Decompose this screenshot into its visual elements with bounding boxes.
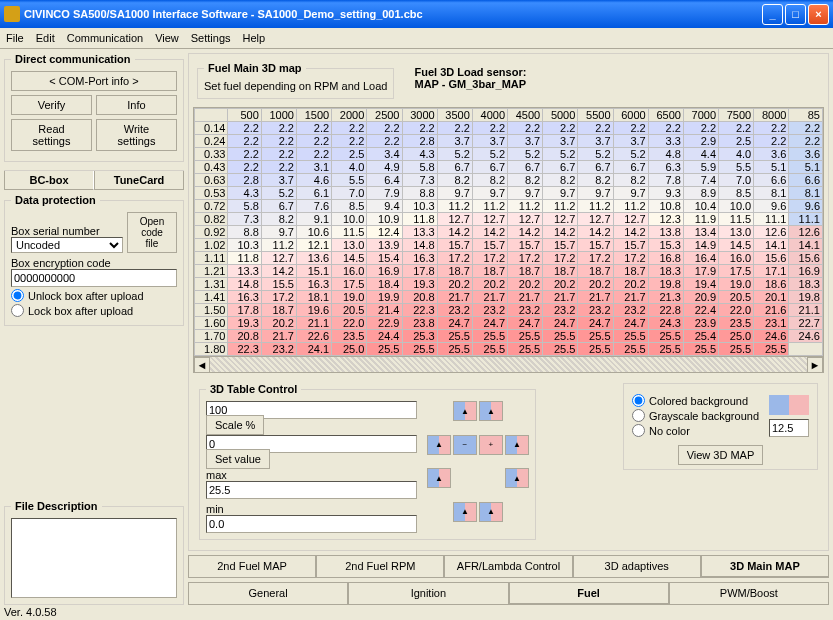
map-table: 5001000150020002500300035004000450050005… [194, 108, 823, 356]
setvalue-button[interactable]: Set value [206, 449, 270, 469]
tabs-upper: 2nd Fuel MAP2nd Fuel RPMAFR/Lambda Contr… [188, 555, 829, 578]
write-settings-button[interactable]: Write settings [96, 119, 177, 151]
adjust-buttons: ▲▲ ▲−+▲ ▲▲ ▲▲ [427, 401, 529, 533]
map-table-wrap[interactable]: 5001000150020002500300035004000450050005… [193, 107, 824, 373]
data-protection-group: Data protection Box serial number Uncode… [4, 194, 184, 326]
step-up-left-icon[interactable]: ▲ [427, 435, 451, 455]
blue-swatch [769, 395, 789, 415]
h-scrollbar[interactable]: ◄ ► [194, 356, 823, 372]
red-swatch [789, 395, 809, 415]
map-title-group: Fuel Main 3D map Set fuel depending on R… [197, 62, 394, 99]
scale-button[interactable]: Scale % [206, 415, 264, 435]
enc-label: Box encryption code [11, 257, 177, 269]
tab-ignition[interactable]: Ignition [348, 583, 508, 605]
file-description-group: File Description [4, 500, 184, 605]
background-options: Colored background Grayscale background … [623, 383, 818, 470]
minus-button[interactable]: − [453, 435, 477, 455]
verify-button[interactable]: Verify [11, 95, 92, 115]
menu-view[interactable]: View [155, 32, 179, 44]
window-title: CIVINCO SA500/SA1000 Interface Software … [24, 8, 762, 20]
titlebar: CIVINCO SA500/SA1000 Interface Software … [0, 0, 833, 28]
menu-settings[interactable]: Settings [191, 32, 231, 44]
maximize-button[interactable]: □ [785, 4, 806, 25]
tab-2nd-fuel-rpm[interactable]: 2nd Fuel RPM [316, 556, 444, 578]
scroll-right-arrow[interactable]: ► [807, 357, 823, 373]
tab-fuel[interactable]: Fuel [509, 583, 669, 605]
step-down-left-icon[interactable]: ▲ [427, 468, 451, 488]
loadsensor-label: Fuel 3D Load sensor: [414, 66, 526, 78]
menu-edit[interactable]: Edit [36, 32, 55, 44]
curve-down-left-icon[interactable]: ▲ [453, 502, 477, 522]
loadsensor-value: MAP - GM_3bar_MAP [414, 78, 526, 90]
read-settings-button[interactable]: Read settings [11, 119, 92, 151]
direct-communication-group: Direct communication < COM-Port info > V… [4, 53, 184, 162]
grayscale-bg-radio[interactable] [632, 409, 645, 422]
minimize-button[interactable]: _ [762, 4, 783, 25]
plus-button[interactable]: + [479, 435, 503, 455]
min-input[interactable] [206, 515, 417, 533]
version-label: Ver. 4.0.58 [4, 606, 57, 618]
map-desc: Set fuel depending on RPM and Load [204, 80, 387, 92]
curve-up-left-icon[interactable]: ▲ [453, 401, 477, 421]
tab-3d-main-map[interactable]: 3D Main MAP [701, 556, 829, 578]
max-input[interactable] [206, 481, 417, 499]
nocolor-radio[interactable] [632, 424, 645, 437]
menubar: FileEditCommunicationViewSettingsHelp [0, 28, 833, 49]
file-description-text[interactable] [11, 518, 177, 598]
info-button[interactable]: Info [96, 95, 177, 115]
tunecard-tab[interactable]: TuneCard [94, 171, 184, 190]
menu-file[interactable]: File [6, 32, 24, 44]
close-button[interactable]: × [808, 4, 829, 25]
serial-label: Box serial number [11, 225, 123, 237]
bcbox-tab[interactable]: BC-box [4, 171, 94, 190]
3d-table-control-group: 3D Table Control Scale % Set value max m… [199, 383, 536, 540]
unlock-radio[interactable] [11, 289, 24, 302]
tab-3d-adaptives[interactable]: 3D adaptives [573, 556, 701, 578]
curve-up-right-icon[interactable]: ▲ [479, 401, 503, 421]
tab-afr-lambda-control[interactable]: AFR/Lambda Control [444, 556, 572, 578]
tabs-lower: GeneralIgnitionFuelPWM/Boost [188, 582, 829, 605]
step-down-right-icon[interactable]: ▲ [505, 468, 529, 488]
scroll-left-arrow[interactable]: ◄ [194, 357, 210, 373]
threshold-input[interactable] [769, 419, 809, 437]
view-3d-map-button[interactable]: View 3D MAP [678, 445, 764, 465]
open-code-file-button[interactable]: Open code file [127, 212, 177, 253]
app-icon [4, 6, 20, 22]
serial-select[interactable]: Uncoded [11, 237, 123, 253]
tab-pwm-boost[interactable]: PWM/Boost [669, 583, 829, 605]
menu-communication[interactable]: Communication [67, 32, 143, 44]
lock-radio[interactable] [11, 304, 24, 317]
enc-input[interactable] [11, 269, 177, 287]
step-up-right-icon[interactable]: ▲ [505, 435, 529, 455]
comport-info-button[interactable]: < COM-Port info > [11, 71, 177, 91]
tab-general[interactable]: General [188, 583, 348, 605]
menu-help[interactable]: Help [243, 32, 266, 44]
colored-bg-radio[interactable] [632, 394, 645, 407]
tab-2nd-fuel-map[interactable]: 2nd Fuel MAP [188, 556, 316, 578]
curve-down-right-icon[interactable]: ▲ [479, 502, 503, 522]
